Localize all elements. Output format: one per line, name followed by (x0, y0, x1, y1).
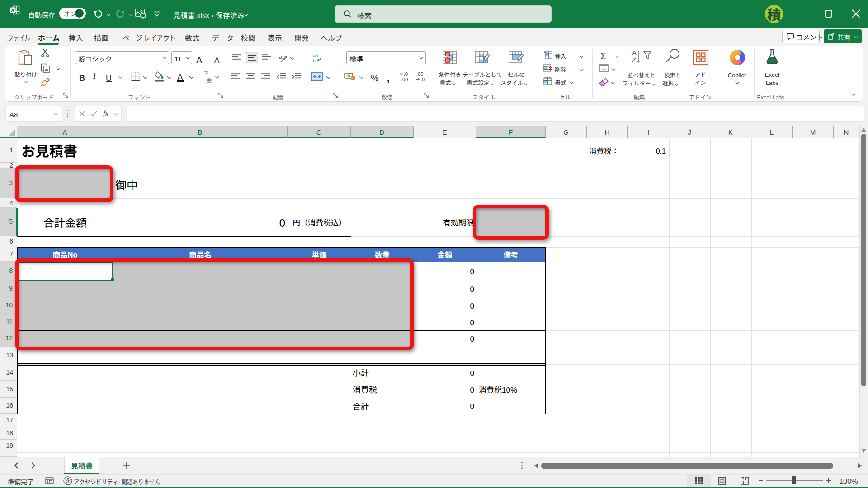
svg-text:.0: .0 (420, 75, 425, 82)
svg-text:.00: .00 (401, 75, 408, 82)
svg-text:Z: Z (632, 55, 636, 64)
svg-text:ab: ab (279, 53, 285, 61)
svg-text:c: c (313, 56, 316, 63)
